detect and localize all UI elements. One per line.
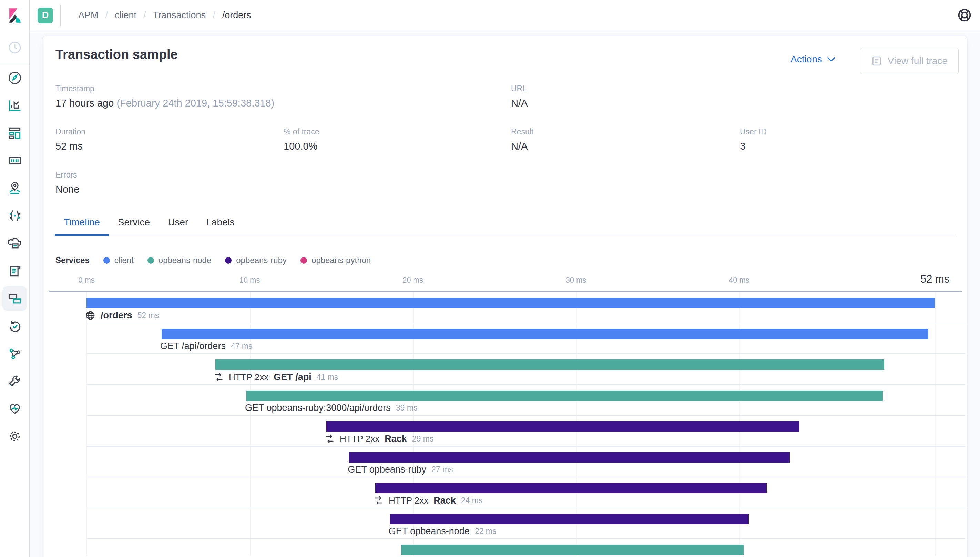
nav-dashboard[interactable] bbox=[0, 119, 29, 147]
management-icon bbox=[7, 429, 23, 444]
nav-management[interactable] bbox=[0, 423, 29, 450]
waterfall-row: /orders52 ms bbox=[86, 292, 965, 323]
tab-labels[interactable]: Labels bbox=[197, 210, 244, 236]
tab-service[interactable]: Service bbox=[109, 210, 159, 236]
actions-menu-button[interactable]: Actions bbox=[790, 54, 835, 65]
span-bar[interactable] bbox=[86, 298, 935, 308]
breadcrumb-transactions[interactable]: Transactions bbox=[153, 10, 206, 21]
nav-visualize[interactable] bbox=[0, 92, 29, 119]
span-label[interactable]: HTTP 2xxGET /api21 ms bbox=[400, 555, 524, 557]
nav-infrastructure[interactable] bbox=[0, 230, 29, 257]
span-prefix: HTTP 2xx bbox=[229, 372, 268, 383]
waterfall-row: HTTP 2xxGET /api21 ms bbox=[86, 539, 965, 557]
help-icon bbox=[957, 7, 972, 23]
waterfall: /orders52 msGET /api/orders47 ms HTTP 2x… bbox=[86, 292, 965, 556]
span-duration: 29 ms bbox=[412, 434, 434, 444]
breadcrumb-separator: / bbox=[143, 10, 146, 21]
panel-title: Transaction sample bbox=[55, 47, 178, 62]
span-bar[interactable] bbox=[390, 514, 749, 524]
maps-icon bbox=[7, 181, 23, 196]
visualize-icon bbox=[7, 98, 23, 113]
view-full-trace-label: View full trace bbox=[887, 55, 947, 67]
nav-dev-tools[interactable] bbox=[0, 367, 29, 395]
span-prefix: HTTP 2xx bbox=[340, 433, 379, 444]
span-label[interactable]: /orders52 ms bbox=[85, 309, 159, 322]
field-url: URL N/A bbox=[511, 84, 528, 109]
span-label[interactable]: GET opbeans-ruby27 ms bbox=[348, 463, 453, 476]
span-label[interactable]: GET /api/orders47 ms bbox=[160, 340, 253, 353]
span-bar[interactable] bbox=[326, 421, 800, 432]
span-bar[interactable] bbox=[349, 452, 790, 463]
tab-timeline[interactable]: Timeline bbox=[55, 210, 109, 236]
tab-user[interactable]: User bbox=[159, 210, 197, 236]
nav-monitoring[interactable] bbox=[0, 395, 29, 423]
span-label[interactable]: HTTP 2xxRack29 ms bbox=[325, 432, 434, 445]
span-name: /orders bbox=[101, 310, 132, 321]
help-button[interactable] bbox=[957, 7, 972, 24]
graph-icon bbox=[7, 346, 23, 361]
axis-tick: 30 ms bbox=[566, 276, 587, 285]
legend-dot bbox=[103, 257, 110, 264]
axis-tick: 40 ms bbox=[729, 276, 749, 285]
span-bar[interactable] bbox=[401, 545, 744, 555]
field-duration: Duration 52 ms bbox=[55, 127, 85, 152]
clock-icon bbox=[8, 40, 22, 55]
legend-dot bbox=[148, 257, 154, 264]
legend-item: client bbox=[103, 256, 134, 265]
space-badge[interactable]: D bbox=[37, 8, 53, 23]
merge-icon bbox=[325, 434, 335, 444]
kibana-logo[interactable] bbox=[0, 0, 29, 31]
recently-viewed-icon[interactable] bbox=[0, 31, 29, 64]
breadcrumb-current: /orders bbox=[222, 10, 251, 21]
detail-tabs: Timeline Service User Labels bbox=[55, 210, 954, 235]
waterfall-row: GET opbeans-ruby27 ms bbox=[86, 447, 965, 478]
breadcrumb-client[interactable]: client bbox=[115, 10, 137, 21]
span-duration: 52 ms bbox=[138, 311, 159, 320]
legend-label: opbeans-node bbox=[159, 256, 211, 265]
globe-icon bbox=[85, 310, 96, 321]
nav-apm[interactable] bbox=[0, 285, 29, 312]
nav-logs[interactable] bbox=[0, 257, 29, 285]
view-full-trace-button[interactable]: View full trace bbox=[860, 47, 959, 75]
span-label[interactable]: HTTP 2xxRack24 ms bbox=[374, 494, 483, 507]
span-bar[interactable] bbox=[162, 329, 928, 339]
canvas-icon bbox=[7, 153, 23, 168]
span-duration: 24 ms bbox=[461, 496, 483, 505]
topbar-divider bbox=[60, 5, 61, 26]
waterfall-row: GET opbeans-ruby:3000/api/orders39 ms bbox=[86, 385, 965, 416]
nav-maps[interactable] bbox=[0, 174, 29, 202]
breadcrumb-apm[interactable]: APM bbox=[78, 10, 99, 21]
waterfall-row: GET /api/orders47 ms bbox=[86, 323, 965, 354]
legend-item: opbeans-ruby bbox=[225, 256, 287, 265]
span-bar[interactable] bbox=[375, 483, 767, 493]
services-legend: Services clientopbeans-nodeopbeans-rubyo… bbox=[55, 254, 371, 266]
merge-icon bbox=[374, 496, 384, 505]
waterfall-row: HTTP 2xxRack29 ms bbox=[86, 416, 965, 447]
span-label[interactable]: HTTP 2xxGET /api41 ms bbox=[214, 371, 338, 384]
span-name: GET opbeans-ruby:3000/api/orders bbox=[245, 402, 391, 413]
span-name: GET opbeans-node bbox=[389, 526, 470, 537]
top-bar: D APM / client / Transactions / /orders bbox=[30, 0, 980, 31]
span-name: GET opbeans-ruby bbox=[348, 464, 426, 475]
waterfall-row: HTTP 2xxRack24 ms bbox=[86, 477, 965, 508]
logs-icon bbox=[7, 263, 23, 278]
waterfall-row: GET opbeans-node22 ms bbox=[86, 508, 965, 539]
nav-uptime[interactable] bbox=[0, 312, 29, 340]
nav-machine-learning[interactable] bbox=[0, 202, 29, 230]
field-user-id: User ID 3 bbox=[740, 127, 767, 152]
merge-icon bbox=[214, 372, 224, 382]
legend-label: opbeans-python bbox=[312, 256, 371, 265]
field-result: Result N/A bbox=[511, 127, 533, 152]
span-label[interactable]: GET opbeans-ruby:3000/api/orders39 ms bbox=[245, 402, 417, 415]
axis-total-duration: 52 ms bbox=[920, 273, 949, 285]
infrastructure-icon bbox=[7, 236, 23, 251]
left-nav-rail bbox=[0, 0, 30, 557]
nav-discover[interactable] bbox=[0, 64, 29, 92]
nav-canvas[interactable] bbox=[0, 147, 29, 174]
transaction-sample-panel: Transaction sample Actions View full tra… bbox=[43, 36, 967, 557]
span-label[interactable]: GET opbeans-node22 ms bbox=[389, 525, 497, 538]
nav-graph[interactable] bbox=[0, 340, 29, 367]
span-bar[interactable] bbox=[215, 360, 884, 370]
span-bar[interactable] bbox=[246, 391, 883, 401]
machine-learning-icon bbox=[7, 208, 23, 223]
